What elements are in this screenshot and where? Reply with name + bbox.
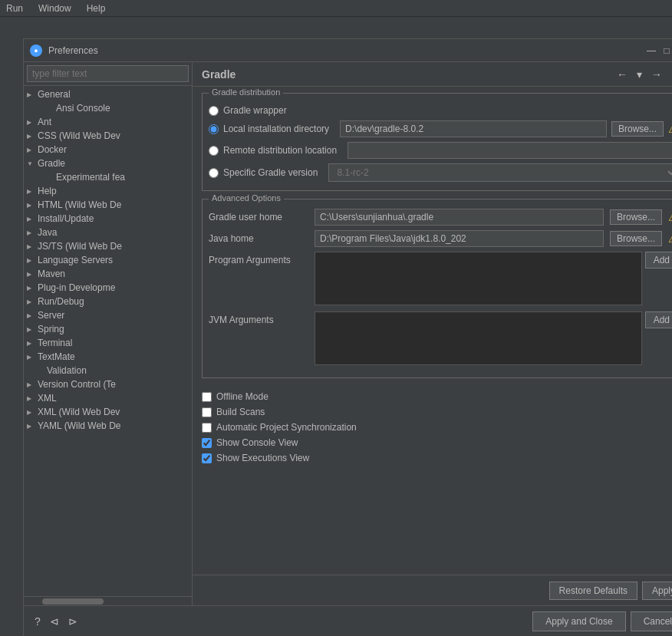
cancel-button[interactable]: Cancel [631,611,672,631]
filter-wrap [24,62,192,86]
radio-local[interactable] [209,124,219,134]
local-path-input[interactable] [340,120,607,137]
sidebar-item-docker[interactable]: Docker [24,143,192,157]
checkbox-offline-label[interactable]: Offline Mode [216,391,268,402]
checkbox-build-scans[interactable] [202,407,212,417]
java-home-input[interactable] [315,230,604,247]
sidebar-item-ant[interactable]: Ant [24,115,192,129]
sidebar-item-language-servers[interactable]: Language Servers [24,253,192,267]
checkbox-show-console-row: Show Console View [202,435,672,450]
chevron-icon [27,160,35,167]
sidebar-item-label: Run/Debug [38,296,84,307]
radio-specific-label[interactable]: Specific Gradle version [223,167,318,178]
sidebar-item-label: Ansi Console [56,103,110,114]
specific-version-select[interactable]: 8.1-rc-2 [328,163,672,182]
radio-wrapper[interactable] [209,106,219,116]
sidebar-item-xml[interactable]: XML [24,391,192,405]
apply-close-button[interactable]: Apply and Close [532,611,625,631]
sidebar-item-gradle[interactable]: Gradle [24,157,192,170]
sidebar-item-server[interactable]: Server [24,308,192,322]
remote-path-input[interactable] [348,142,672,159]
sidebar-item-help[interactable]: Help [24,184,192,198]
browse-local-button[interactable]: Browse... [611,121,664,137]
sidebar-item-plugin-development[interactable]: Plug-in Developme [24,281,192,295]
checkbox-auto-sync-label[interactable]: Automatic Project Synchronization [216,422,357,433]
menu-run[interactable]: Run [3,2,26,15]
back-button[interactable]: ← [614,67,631,82]
dialog-body: General Ansi Console Ant CSS (Wild Web D… [24,62,672,605]
sidebar: General Ansi Console Ant CSS (Wild Web D… [24,62,193,605]
warning-icon-gradle-home: ⚠ [668,211,672,223]
radio-wrapper-label[interactable]: Gradle wrapper [223,105,287,116]
sidebar-item-run-debug[interactable]: Run/Debug [24,295,192,308]
sidebar-scrollbar[interactable] [24,596,192,605]
menu-help[interactable]: Help [84,2,109,15]
browse-gradle-home-button[interactable]: Browse... [610,209,662,225]
sidebar-item-label: Ant [38,117,51,127]
gradle-user-home-input[interactable] [315,209,604,226]
back-history-button[interactable]: ⊲ [48,614,61,629]
browse-java-home-button[interactable]: Browse... [610,231,662,246]
chevron-icon [27,271,35,278]
sidebar-item-spring[interactable]: Spring [24,322,192,336]
restore-defaults-button[interactable]: Restore Defaults [549,582,637,600]
sidebar-item-label: Spring [38,324,64,334]
preferences-dialog: ● Preferences — □ ✕ General Ansi Console [23,38,672,636]
nav-buttons: ← ▾ → ⋮ [614,67,672,82]
sidebar-item-html[interactable]: HTML (Wild Web De [24,198,192,212]
sidebar-item-version-control[interactable]: Version Control (Te [24,377,192,391]
checkbox-show-executions-label[interactable]: Show Executions View [216,453,309,463]
sidebar-item-jsts[interactable]: JS/TS (Wild Web De [24,239,192,253]
sidebar-item-install-update[interactable]: Install/Update [24,212,192,226]
checkbox-auto-sync[interactable] [202,423,212,433]
forward-button[interactable]: → [648,67,665,82]
dropdown-button[interactable]: ▾ [634,67,645,82]
sidebar-item-label: XML [38,393,57,404]
jvm-arguments-wrap: Add [315,311,672,365]
chevron-icon [27,119,35,126]
checkbox-show-console-label[interactable]: Show Console View [216,437,298,448]
checkbox-build-scans-label[interactable]: Build Scans [216,407,265,417]
maximize-button[interactable]: □ [660,44,672,57]
forward-history-button[interactable]: ⊳ [67,614,79,629]
sidebar-item-css[interactable]: CSS (Wild Web Dev [24,129,192,143]
sidebar-item-terminal[interactable]: Terminal [24,336,192,350]
checkbox-offline[interactable] [202,392,212,402]
sidebar-item-maven[interactable]: Maven [24,267,192,281]
help-button[interactable]: ? [33,614,42,629]
content-header: Gradle ← ▾ → ⋮ [193,62,672,87]
jvm-arguments-label: JVM Arguments [209,311,308,325]
radio-remote-label[interactable]: Remote distribution location [223,145,337,156]
jvm-arguments-add-button[interactable]: Add [645,311,672,328]
apply-button[interactable]: Apply [642,582,672,600]
filter-input[interactable] [27,65,189,82]
radio-remote[interactable] [209,146,219,156]
radio-specific[interactable] [209,168,219,178]
advanced-section-label: Advanced Options [209,193,284,203]
menu-button[interactable]: ⋮ [668,67,672,82]
program-arguments-textarea[interactable] [315,252,642,305]
sidebar-item-xml-wild[interactable]: XML (Wild Web Dev [24,405,192,419]
radio-local-label[interactable]: Local installation directory [223,124,329,134]
sidebar-item-label: Language Servers [38,255,113,265]
sidebar-item-java[interactable]: Java [24,226,192,239]
minimize-button[interactable]: — [645,44,657,57]
content-bottom-bar: Restore Defaults Apply [193,575,672,605]
checkbox-show-console[interactable] [202,438,212,448]
sidebar-item-general[interactable]: General [24,87,192,101]
page-title: Gradle [202,68,236,81]
sidebar-item-gradle-experimental[interactable]: Experimental fea [24,170,192,184]
sidebar-item-ansi-console[interactable]: Ansi Console [24,101,192,115]
sidebar-item-yaml[interactable]: YAML (Wild Web De [24,419,192,433]
sidebar-item-label: General [38,89,71,100]
sidebar-item-label: Maven [38,269,65,279]
sidebar-item-textmate[interactable]: TextMate [24,350,192,364]
jvm-arguments-textarea[interactable] [315,311,642,365]
menu-bar: Run Window Help [0,0,672,17]
sidebar-item-label: HTML (Wild Web De [38,199,121,210]
sidebar-item-validation[interactable]: Validation [24,364,192,377]
checkbox-show-executions[interactable] [202,453,212,463]
program-arguments-section: Program Arguments Add [209,252,672,305]
menu-window[interactable]: Window [35,2,74,15]
program-arguments-add-button[interactable]: Add [645,252,672,269]
